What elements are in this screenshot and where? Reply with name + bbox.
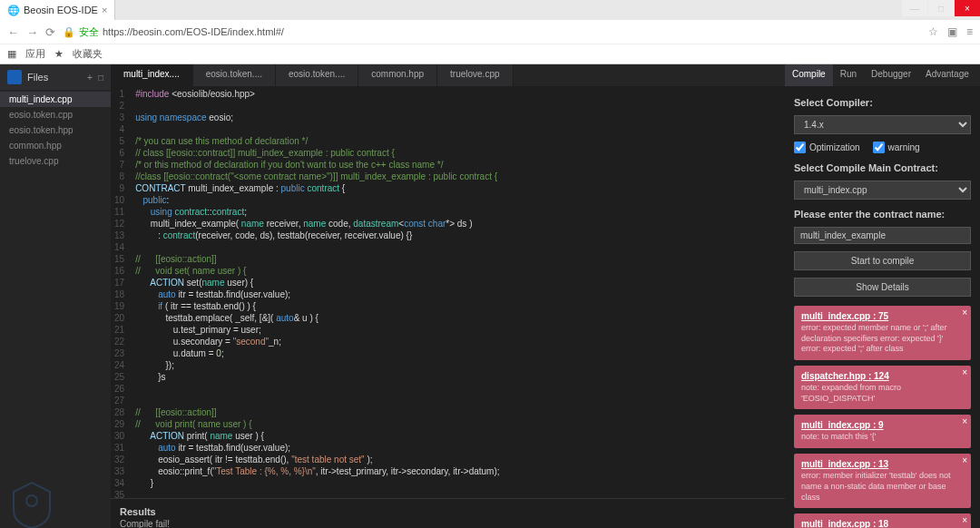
error-title: multi_index.cpp : 13 — [801, 459, 964, 469]
contract-name-label: Please enter the contract name: — [794, 209, 971, 220]
file-item[interactable]: multi_index.cpp — [0, 92, 111, 107]
close-icon[interactable]: × — [962, 367, 967, 377]
file-item[interactable]: truelove.cpp — [0, 153, 111, 169]
panel-tab-support[interactable]: Support — [976, 64, 980, 86]
url-text: https://beosin.com/EOS-IDE/index.html#/ — [103, 26, 284, 37]
start-compile-button[interactable]: Start to compile — [794, 251, 971, 270]
close-icon[interactable]: × — [962, 455, 967, 465]
compiler-select[interactable]: 1.4.x — [794, 115, 971, 134]
close-icon[interactable]: × — [962, 416, 967, 426]
bookmark-item[interactable]: 收藏夹 — [73, 47, 103, 61]
close-icon[interactable]: × — [962, 308, 967, 318]
back-icon[interactable]: ← — [7, 25, 19, 39]
results-title: Results — [120, 506, 776, 517]
error-card[interactable]: ×multi_index.cpp : 13error: member initi… — [794, 454, 971, 508]
star-icon[interactable]: ☆ — [928, 25, 938, 38]
window-controls: — □ × — [902, 0, 980, 20]
browser-tab-strip: 🌐 Beosin EOS-IDE × — □ × — [0, 0, 980, 20]
secure-label: 安全 — [79, 25, 99, 39]
lock-icon: 🔒 — [63, 26, 75, 38]
forward-icon[interactable]: → — [26, 25, 38, 39]
warning-checkbox[interactable]: warning — [873, 142, 920, 153]
editor-tab[interactable]: multi_index.... — [111, 64, 193, 86]
logo-icon — [7, 70, 22, 84]
editor-tab-bar: multi_index....eosio.token....eosio.toke… — [111, 64, 785, 86]
results-message: Compile fail! — [120, 519, 776, 528]
error-message: note: to match this '{' — [801, 432, 964, 443]
error-title: multi_index.cpp : 9 — [801, 420, 964, 430]
add-file-icon[interactable]: + — [87, 73, 93, 83]
globe-icon: 🌐 — [7, 5, 20, 16]
new-folder-icon[interactable]: □ — [98, 73, 103, 83]
file-item[interactable]: eosio.token.hpp — [0, 122, 111, 138]
watermark-logo — [0, 469, 111, 528]
error-card[interactable]: ×multi_index.cpp : 9note: to match this … — [794, 415, 971, 448]
editor-tab[interactable]: common.hpp — [358, 64, 437, 86]
panel-tab-run[interactable]: Run — [833, 64, 864, 86]
file-sidebar: Files + □ multi_index.cppeosio.token.cpp… — [0, 64, 111, 528]
svg-point-0 — [26, 495, 37, 506]
address-bar: ← → ⟳ 🔒 安全 https://beosin.com/EOS-IDE/in… — [0, 20, 980, 44]
error-card[interactable]: ×multi_index.cpp : 18error: use of undec… — [794, 513, 971, 528]
blocker-icon[interactable]: ▣ — [947, 25, 957, 38]
contract-name-input[interactable] — [794, 227, 971, 244]
window-close-button[interactable]: × — [955, 0, 980, 16]
menu-icon[interactable]: ≡ — [966, 25, 973, 38]
error-message: error: expected member name or ';' after… — [801, 323, 964, 355]
compiler-label: Select Compiler: — [794, 97, 971, 108]
compile-panel: CompileRunDebuggerAdvantageSupport Selec… — [785, 64, 980, 528]
editor-tab[interactable]: eosio.token.... — [193, 64, 276, 86]
error-card[interactable]: ×multi_index.cpp : 75error: expected mem… — [794, 306, 971, 360]
file-item[interactable]: eosio.token.cpp — [0, 107, 111, 122]
error-title: multi_index.cpp : 18 — [801, 519, 964, 528]
show-details-button[interactable]: Show Details — [794, 278, 971, 297]
panel-tab-advantage[interactable]: Advantage — [918, 64, 976, 86]
error-message: note: expanded from macro 'EOSIO_DISPATC… — [801, 383, 964, 404]
main-contract-label: Select Compile Main Contract: — [794, 162, 971, 173]
files-label: Files — [27, 72, 48, 83]
star-icon: ★ — [54, 48, 64, 60]
maximize-button[interactable]: □ — [928, 0, 954, 16]
optimization-checkbox[interactable]: Optimization — [794, 142, 860, 153]
close-icon[interactable]: × — [102, 5, 107, 15]
file-item[interactable]: common.hpp — [0, 138, 111, 153]
minimize-button[interactable]: — — [902, 0, 927, 16]
error-message: error: member initializer 'testtab' does… — [801, 471, 964, 503]
close-icon[interactable]: × — [962, 515, 967, 525]
tab-title: Beosin EOS-IDE — [24, 5, 98, 15]
panel-tab-debugger[interactable]: Debugger — [864, 64, 918, 86]
editor-tab[interactable]: eosio.token.... — [276, 64, 358, 86]
main-contract-select[interactable]: multi_index.cpp — [794, 181, 971, 200]
url-box[interactable]: 🔒 安全 https://beosin.com/EOS-IDE/index.ht… — [63, 25, 284, 39]
apps-icon[interactable]: ▦ — [7, 48, 16, 60]
error-title: multi_index.cpp : 75 — [801, 311, 964, 321]
reload-icon[interactable]: ⟳ — [45, 25, 55, 39]
bookmarks-bar: ▦ 应用 ★ 收藏夹 — [0, 44, 980, 64]
error-title: dispatcher.hpp : 124 — [801, 371, 964, 381]
results-panel: Results Compile fail! — [111, 498, 785, 528]
bookmark-item[interactable]: 应用 — [25, 47, 45, 61]
code-editor[interactable]: 1234567891011121314151617181920212223242… — [111, 86, 785, 498]
error-card[interactable]: ×dispatcher.hpp : 124note: expanded from… — [794, 366, 971, 409]
browser-tab[interactable]: 🌐 Beosin EOS-IDE × — [0, 0, 115, 20]
editor-tab[interactable]: truelove.cpp — [437, 64, 513, 86]
panel-tab-compile[interactable]: Compile — [785, 64, 833, 86]
